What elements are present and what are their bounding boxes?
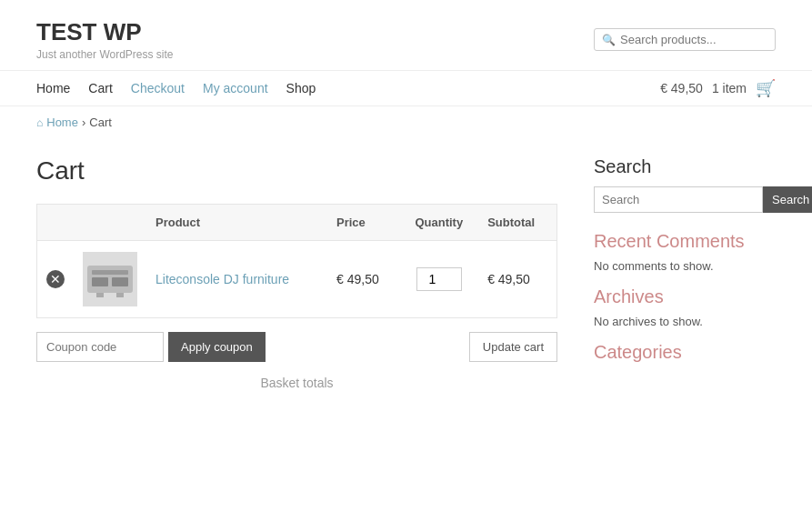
cart-amount: € 49,50 xyxy=(660,81,703,95)
sidebar-search-title: Search xyxy=(594,156,776,177)
remove-item-button[interactable]: ✕ xyxy=(46,270,65,288)
product-subtotal: € 49,50 xyxy=(487,272,530,286)
basket-totals-label: Basket totals xyxy=(260,376,333,390)
categories-title: Categories xyxy=(594,342,776,363)
product-price-cell: € 49,50 xyxy=(327,241,399,318)
site-tagline: Just another WordPress site xyxy=(36,48,174,61)
product-subtotal-cell: € 49,50 xyxy=(478,241,556,318)
bottom-section-title: Basket totals xyxy=(36,362,557,404)
main-container: Cart Product Price Quantity Subtotal ✕ xyxy=(0,138,812,422)
coupon-left: Apply coupon xyxy=(36,332,266,362)
search-icon: 🔍 xyxy=(602,34,616,46)
product-link[interactable]: Liteconsole DJ furniture xyxy=(155,272,289,286)
home-icon: ⌂ xyxy=(36,116,43,129)
coupon-input[interactable] xyxy=(36,332,164,362)
product-qty-cell xyxy=(399,241,478,318)
product-price: € 49,50 xyxy=(336,272,379,286)
col-header-price: Price xyxy=(327,205,399,241)
cart-icon[interactable]: 🛒 xyxy=(756,78,776,98)
sidebar-search-button[interactable]: Search xyxy=(763,186,812,213)
remove-cell: ✕ xyxy=(37,241,75,318)
breadcrumb-current: Cart xyxy=(89,115,112,129)
col-header-subtotal: Subtotal xyxy=(478,205,556,241)
recent-comments-text: No comments to show. xyxy=(594,259,776,273)
page-title: Cart xyxy=(36,156,557,186)
table-row: ✕ xyxy=(37,241,557,318)
product-name-cell: Liteconsole DJ furniture xyxy=(146,241,327,318)
nav-links: Home Cart Checkout My account Shop xyxy=(36,81,316,95)
nav-home[interactable]: Home xyxy=(36,81,70,95)
cart-summary: € 49,50 1 item 🛒 xyxy=(660,78,776,98)
cart-item-count: 1 item xyxy=(712,81,747,95)
main-content: Cart Product Price Quantity Subtotal ✕ xyxy=(36,156,557,404)
header-search-box[interactable]: 🔍 xyxy=(594,28,776,51)
apply-coupon-button[interactable]: Apply coupon xyxy=(168,332,266,362)
svg-rect-4 xyxy=(112,277,128,286)
coupon-row: Apply coupon Update cart xyxy=(36,332,557,362)
svg-rect-2 xyxy=(92,270,128,275)
breadcrumb: ⌂ Home › Cart xyxy=(0,106,812,138)
svg-rect-3 xyxy=(92,277,108,286)
archives-text: No archives to show. xyxy=(594,315,776,328)
col-header-quantity: Quantity xyxy=(399,205,478,241)
nav-cart[interactable]: Cart xyxy=(88,81,112,95)
sidebar-search-box: Search xyxy=(594,186,776,213)
header-search-input[interactable] xyxy=(620,33,766,46)
quantity-input[interactable] xyxy=(416,267,462,291)
col-header-thumb xyxy=(74,205,146,241)
navigation: Home Cart Checkout My account Shop € 49,… xyxy=(0,70,812,106)
svg-rect-5 xyxy=(96,293,104,297)
sidebar: Search Search Recent Comments No comment… xyxy=(594,156,776,404)
product-thumbnail-cell xyxy=(74,241,146,318)
site-branding: TEST WP Just another WordPress site xyxy=(36,18,174,61)
col-header-product: Product xyxy=(146,205,327,241)
nav-checkout[interactable]: Checkout xyxy=(131,81,185,95)
breadcrumb-home[interactable]: Home xyxy=(46,115,78,129)
svg-rect-6 xyxy=(116,293,124,297)
nav-shop[interactable]: Shop xyxy=(286,81,316,95)
nav-myaccount[interactable]: My account xyxy=(203,81,268,95)
col-header-remove xyxy=(37,205,75,241)
product-thumbnail xyxy=(83,252,137,306)
archives-title: Archives xyxy=(594,286,776,307)
site-header: TEST WP Just another WordPress site 🔍 xyxy=(0,0,812,70)
cart-table: Product Price Quantity Subtotal ✕ xyxy=(36,204,557,318)
sidebar-search-input[interactable] xyxy=(594,186,763,213)
recent-comments-title: Recent Comments xyxy=(594,231,776,252)
update-cart-button[interactable]: Update cart xyxy=(469,332,557,362)
site-title: TEST WP xyxy=(36,18,174,46)
breadcrumb-separator: › xyxy=(82,115,85,129)
